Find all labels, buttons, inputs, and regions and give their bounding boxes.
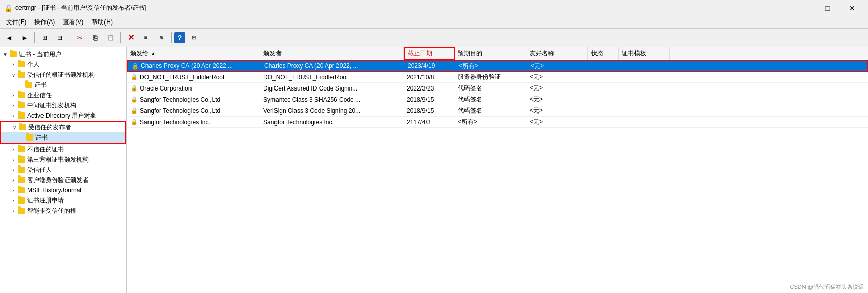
- personal-folder-icon: [17, 61, 26, 68]
- show-hide-button[interactable]: ⊞: [37, 31, 52, 45]
- third-party-arrow: ›: [9, 155, 17, 164]
- menu-view[interactable]: 查看(V): [59, 17, 88, 28]
- cell-friendly-6: <无>: [526, 117, 588, 127]
- tree-smart-card-label: 智能卡受信任的根: [27, 207, 76, 215]
- col-header-friendly[interactable]: 友好名称: [526, 47, 588, 60]
- col-header-issued-by[interactable]: 颁发者: [260, 47, 404, 60]
- cut-button[interactable]: ✂: [73, 31, 87, 45]
- tree-item-enterprise[interactable]: › 企业信任: [0, 90, 126, 100]
- paste-button[interactable]: 📋: [103, 31, 118, 45]
- trusted-root-folder-icon: [17, 71, 26, 78]
- cell-issued-to-2: 🔒 DO_NOT_TRUST_FiddlerRoot: [127, 72, 260, 82]
- tree-cert-enrollment-label: 证书注册申请: [27, 196, 64, 205]
- table-row[interactable]: 🔒 Oracle Corporation DigiCert Assured ID…: [127, 83, 868, 94]
- col-header-status[interactable]: 状态: [588, 47, 619, 60]
- cell-purpose-6: <所有>: [455, 117, 526, 127]
- cell-issued-to-4: 🔒 Sangfor Technologies Co.,Ltd: [127, 94, 260, 105]
- cert-enrollment-arrow: ›: [9, 196, 17, 205]
- title-bar-controls: — □ ✕: [791, 0, 864, 16]
- cell-status-2: [588, 72, 619, 82]
- table-row[interactable]: 🔒 Sangfor Technologies Co.,Ltd Symantec …: [127, 94, 868, 105]
- cell-template-4: [619, 94, 670, 105]
- menu-action[interactable]: 操作(A): [30, 17, 59, 28]
- tree-item-third-party[interactable]: › 第三方根证书颁发机构: [0, 154, 126, 165]
- properties-button[interactable]: ≡: [139, 31, 153, 45]
- certs-tr-folder-icon: [25, 81, 33, 88]
- toolbar-sep-4: [171, 32, 172, 43]
- new-window-button[interactable]: ⊟: [53, 31, 67, 45]
- cell-friendly-4: <无>: [526, 94, 588, 105]
- tree-item-untrusted[interactable]: › 不信任的证书: [0, 144, 126, 154]
- tree-item-certs-trusted-root[interactable]: 证书: [0, 80, 126, 90]
- minimize-button[interactable]: —: [791, 0, 815, 16]
- col-issued-to-label: 颁发给: [130, 49, 149, 58]
- col-header-issued-to[interactable]: 颁发给 ▲: [127, 47, 260, 60]
- ad-arrow: ›: [9, 111, 17, 120]
- close-button[interactable]: ✕: [840, 0, 864, 16]
- tree-root[interactable]: ▼ 证书 - 当前用户: [0, 49, 126, 59]
- tree-intermediate-label: 中间证书颁发机构: [27, 101, 76, 110]
- menu-help[interactable]: 帮助(H): [88, 17, 117, 28]
- table-row[interactable]: 🔒 Sangfor Technologies Co.,Ltd VeriSign …: [127, 105, 868, 117]
- copy-button[interactable]: ⎘: [88, 31, 102, 45]
- cell-issued-by-3: DigiCert Assured ID Code Signin...: [260, 83, 404, 94]
- tree-item-smart-card[interactable]: › 智能卡受信任的根: [0, 206, 126, 216]
- tree-item-trusted-people[interactable]: › 受信任人: [0, 165, 126, 175]
- cell-issued-to-5: 🔒 Sangfor Technologies Co.,Ltd: [127, 105, 260, 116]
- enterprise-arrow: ›: [9, 91, 17, 99]
- tree-item-active-directory[interactable]: › Active Directory 用户对象: [0, 110, 126, 121]
- help-button[interactable]: ?: [174, 32, 185, 43]
- cell-friendly-2: <无>: [526, 72, 588, 82]
- toolbar-sep-3: [120, 32, 121, 43]
- certs-pub-arrow: [19, 133, 26, 142]
- table-row[interactable]: 🔒 DO_NOT_TRUST_FiddlerRoot DO_NOT_TRUST_…: [127, 72, 868, 83]
- table-row[interactable]: 🔒 Sangfor Technologies Inc. Sangfor Tech…: [127, 117, 868, 128]
- certs-tr-arrow: [18, 81, 25, 89]
- cert-icon-5: 🔒: [130, 107, 138, 115]
- tree-trusted-people-label: 受信任人: [27, 166, 52, 174]
- intermediate-folder-icon: [17, 102, 26, 109]
- forward-button[interactable]: ►: [17, 31, 32, 45]
- cert-icon-2: 🔒: [130, 74, 138, 81]
- trusted-people-arrow: ›: [9, 166, 17, 174]
- cell-friendly-1: <无>: [527, 61, 589, 71]
- cert-icon-3: 🔒: [130, 85, 138, 92]
- untrusted-arrow: ›: [9, 145, 17, 153]
- cell-expiry-2: 2021/10/8: [404, 72, 455, 82]
- col-header-expiry[interactable]: 截止日期: [404, 47, 455, 60]
- delete-button[interactable]: ✕: [123, 31, 138, 45]
- tree-item-msie[interactable]: › MSIEHistoryJournal: [0, 185, 126, 195]
- enterprise-folder-icon: [17, 92, 26, 99]
- cell-status-6: [588, 117, 619, 127]
- cell-status-1: [589, 61, 620, 71]
- new-button[interactable]: ⊕: [154, 31, 168, 45]
- cell-purpose-5: 代码签名: [455, 105, 526, 116]
- col-header-template[interactable]: 证书模板: [619, 47, 670, 60]
- tree-item-cert-enrollment[interactable]: › 证书注册申请: [0, 195, 126, 206]
- column-headers: 颁发给 ▲ 颁发者 截止日期 预期目的 友好名称 状态 证书模板: [127, 47, 868, 60]
- tree-item-certs-pub[interactable]: 证书: [1, 132, 125, 143]
- cert-icon-1: 🔒: [131, 62, 139, 70]
- maximize-button[interactable]: □: [816, 0, 839, 16]
- tree-item-client-auth[interactable]: › 客户端身份验证颁发者: [0, 175, 126, 185]
- cell-purpose-1: <所有>: [456, 61, 527, 71]
- tree-certs-tr-label: 证书: [34, 81, 47, 89]
- watermark-text: CSDN @码代码猛在头条说话: [790, 283, 864, 291]
- table-row[interactable]: 🔒 Charles Proxy CA (20 Apr 2022.... Char…: [127, 60, 868, 72]
- view-button[interactable]: ⊟: [186, 31, 201, 45]
- menu-file[interactable]: 文件(F): [2, 17, 30, 28]
- root-folder-icon: [9, 51, 17, 58]
- back-button[interactable]: ◄: [2, 31, 16, 45]
- cert-icon-6: 🔒: [130, 119, 138, 126]
- tree-trusted-root-label: 受信任的根证书颁发机构: [27, 71, 95, 79]
- tree-personal-label: 个人: [27, 60, 39, 69]
- tree-item-trusted-publisher[interactable]: ∨ 受信任的发布者: [1, 122, 125, 132]
- third-party-folder-icon: [17, 156, 26, 163]
- tree-item-intermediate[interactable]: › 中间证书颁发机构: [0, 100, 126, 110]
- cert-icon-4: 🔒: [130, 96, 138, 103]
- tree-item-trusted-root[interactable]: ∨ 受信任的根证书颁发机构: [0, 70, 126, 80]
- tree-item-personal[interactable]: › 个人: [0, 59, 126, 70]
- col-header-purpose[interactable]: 预期目的: [455, 47, 526, 60]
- tree-certs-pub-label: 证书: [35, 133, 48, 142]
- content-panel: 颁发给 ▲ 颁发者 截止日期 预期目的 友好名称 状态 证书模板: [127, 47, 868, 293]
